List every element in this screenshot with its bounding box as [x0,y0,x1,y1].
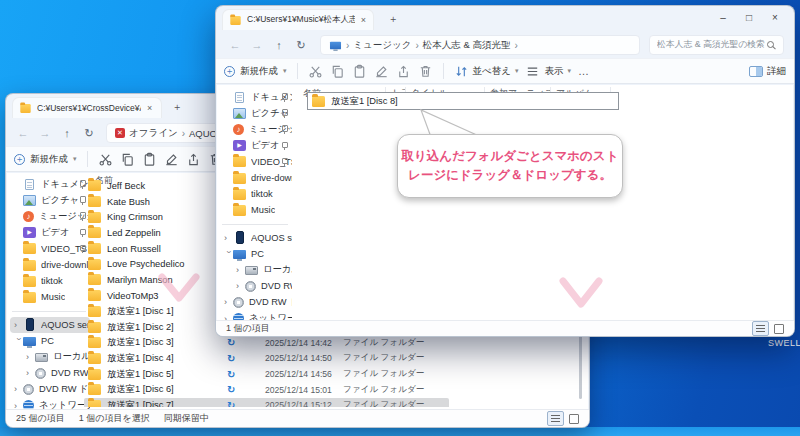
back-icon[interactable]: ← [224,39,246,51]
sidebar-item[interactable]: VIDEO_TS [10,241,90,257]
expand-chevron-icon[interactable]: › [14,320,23,330]
file-row[interactable]: 放送室1 [Disc 5] ↻ 2025/12/14 14:56 ファイル フォ… [84,366,449,382]
copy-icon[interactable] [120,152,135,167]
expand-chevron-icon[interactable]: › [14,384,23,394]
sidebar-item[interactable]: › DVD RW ドライブ [220,294,292,310]
sidebar-item[interactable]: ビデオ [10,225,90,241]
file-row[interactable]: 放送室1 [Disc 4] ↻ 2025/12/14 14:50 ファイル フォ… [84,351,449,367]
sidebar-item[interactable]: Music [220,202,292,218]
sidebar-item[interactable]: › ローカル ディスク [10,349,90,365]
list-view-icon [551,415,560,422]
thumbnail-view-toggle[interactable] [569,414,579,424]
plus-icon: ＋ [14,154,25,165]
sidebar-item-icon [233,173,246,184]
explorer-tab[interactable]: C:¥Users¥1¥Music¥松本人志 & × [222,9,374,30]
sidebar-item[interactable]: ドキュメント [220,89,292,105]
expand-chevron-icon[interactable]: › [236,281,245,291]
share-icon[interactable] [396,64,411,79]
sidebar-item[interactable]: › AQUOS sense8 [220,230,292,246]
sidebar-item[interactable]: › DVD RW ドライブ [10,381,90,397]
share-icon[interactable] [186,152,201,167]
sidebar-item-icon [23,243,36,254]
rename-icon[interactable] [164,152,179,167]
file-name: 放送室1 [Disc 6] [107,383,174,396]
details-view-toggle[interactable] [547,411,564,426]
expand-chevron-icon[interactable]: › [224,233,233,243]
up-icon[interactable]: ↑ [268,39,290,51]
expand-chevron-icon[interactable]: › [26,368,35,378]
expand-chevron-icon[interactable]: › [236,265,245,275]
paste-icon[interactable] [352,64,367,79]
sidebar-item[interactable]: tiktok [10,273,90,289]
breadcrumb-folder[interactable]: 松本人志 & 高須光聖 [423,39,511,52]
expand-chevron-icon[interactable]: › [26,352,35,362]
sidebar-item[interactable]: › DVD RW ドライ: [220,278,292,294]
forward-icon[interactable]: → [34,127,56,139]
new-button[interactable]: ＋ 新規作成 ▾ [14,153,77,166]
file-modified-time: 2025/12/14 15:01 [265,385,332,395]
cut-icon[interactable] [308,64,323,79]
thumbnail-view-toggle[interactable] [774,324,784,334]
new-button[interactable]: ＋ 新規作成 ▾ [224,65,287,78]
expand-chevron-icon[interactable]: › [224,297,233,307]
details-pane-button[interactable]: 詳細 [749,65,786,78]
forward-icon[interactable]: → [246,39,268,51]
sidebar-item[interactable]: Music [10,289,90,305]
sidebar-item[interactable]: drive-download [10,257,90,273]
back-icon[interactable]: ← [12,127,34,139]
sidebar-item-label: AQUOS sense8 [41,320,90,330]
minimize-button[interactable]: – [710,8,736,27]
maximize-button[interactable]: □ [736,8,762,27]
new-tab-button[interactable]: ＋ [388,12,398,26]
sidebar-item[interactable]: ビデオ [220,138,292,154]
explorer-tab[interactable]: C:¥Users¥1¥CrossDevice¥AQU × [12,97,162,118]
sidebar-item[interactable]: ミュージック [10,208,90,224]
tab-close-icon[interactable]: × [360,15,367,25]
file-row[interactable]: 放送室1 [Disc 3] ↻ 2025/12/14 14:42 ファイル フォ… [84,335,449,351]
file-row[interactable]: 放送室1 [Disc 6] ↻ 2025/12/14 15:01 ファイル フォ… [84,382,449,398]
details-view-toggle[interactable] [752,321,769,336]
tab-close-icon[interactable]: × [146,103,153,113]
more-options-icon[interactable]: … [578,65,590,77]
view-button[interactable]: 表示 ▾ [525,64,571,79]
file-row[interactable]: 放送室1 [Disc 7] ↻ 2025/12/14 15:12 ファイル フォ… [84,398,449,407]
dropdown-caret-icon: ▾ [73,155,77,163]
sidebar-item[interactable]: tiktok [220,186,292,202]
breadcrumb-separator: › [415,40,418,51]
sidebar-item[interactable]: › ローカル ディスク [220,262,292,278]
sidebar-item[interactable]: › DVD RW ドライ: [10,365,90,381]
sidebar-item[interactable]: ピクチャ [10,192,90,208]
sort-button[interactable]: 並べ替え ▾ [454,64,519,79]
sidebar-item[interactable]: › AQUOS sense8 [10,317,90,333]
sidebar-item[interactable]: › PC [10,333,90,349]
sidebar-item[interactable]: VIDEO_TS [220,154,292,170]
search-input[interactable]: 松本人志 & 高須光聖の検索 [649,35,784,55]
sidebar-item[interactable]: drive-download [220,170,292,186]
sidebar-item[interactable]: ピクチャ [220,105,292,121]
rename-icon[interactable] [374,64,389,79]
sidebar-item-icon [35,353,48,362]
delete-icon[interactable] [418,64,433,79]
sidebar-item[interactable]: › PC [220,246,292,262]
dropdown-caret-icon: ▾ [567,67,571,75]
copy-icon[interactable] [330,64,345,79]
sidebar-item-icon [235,92,244,103]
sidebar-item[interactable]: ミュージック [220,121,292,137]
new-tab-button[interactable]: ＋ [172,100,182,114]
file-name: 放送室1 [Disc 1] [107,305,174,318]
sidebar-item-label: PC [41,336,54,346]
refresh-icon[interactable]: ↻ [290,39,312,52]
cut-icon[interactable] [98,152,113,167]
refresh-icon[interactable]: ↻ [78,127,100,140]
breadcrumb-offline[interactable]: オフライン [129,127,178,140]
dropdown-caret-icon: ▾ [515,67,519,75]
close-button[interactable]: × [762,8,788,27]
new-button-label: 新規作成 [240,65,278,78]
paste-icon[interactable] [142,152,157,167]
sidebar-item[interactable]: ドキュメント [10,176,90,192]
selected-folder-item[interactable]: 放送室1 [Disc 8] [307,92,619,110]
file-modified-time: 2025/12/14 14:42 [265,338,332,348]
up-icon[interactable]: ↑ [56,127,78,139]
breadcrumb-music[interactable]: ミュージック [353,39,411,52]
breadcrumb[interactable]: › ミュージック › 松本人志 & 高須光聖 › [320,35,640,55]
